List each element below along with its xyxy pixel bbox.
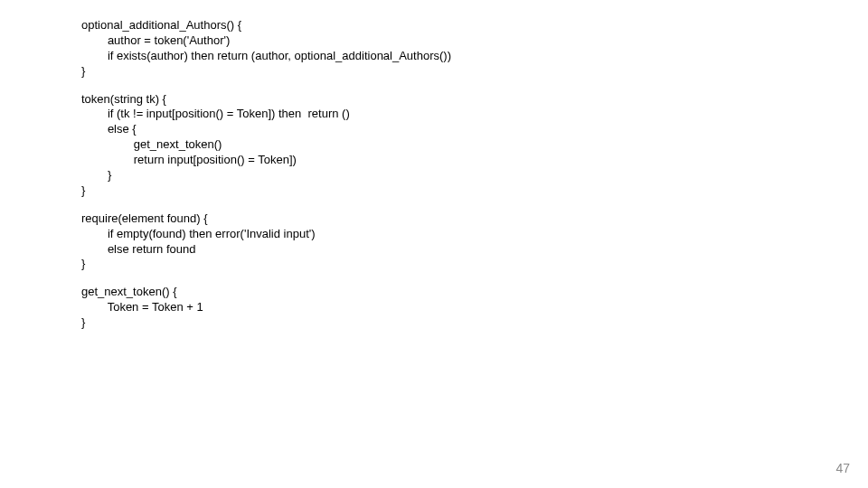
code-line: else { (81, 122, 868, 137)
code-line: Token = Token + 1 (81, 300, 868, 315)
code-line: author = token('Author') (81, 33, 868, 49)
code-block-4: get_next_token() { Token = Token + 1 } (81, 285, 868, 331)
code-line: get_next_token() (81, 137, 868, 153)
code-line: } (81, 168, 868, 183)
code-block-2: token(string tk) { if (tk != input[posit… (81, 92, 868, 199)
code-line: optional_additional_Authors() { (81, 18, 868, 33)
code-block-3: require(element found) { if empty(found)… (81, 211, 868, 273)
code-line: } (81, 64, 868, 80)
code-block-1: optional_additional_Authors() { author =… (81, 18, 868, 80)
code-line: return input[position() = Token]) (81, 153, 868, 168)
code-line: } (81, 315, 868, 331)
code-line: token(string tk) { (81, 92, 868, 108)
code-line: } (81, 257, 868, 272)
code-listing: optional_additional_Authors() { author =… (81, 18, 868, 331)
code-line: if (tk != input[position() = Token]) the… (81, 107, 868, 122)
code-line: get_next_token() { (81, 285, 868, 300)
code-line: require(element found) { (81, 211, 868, 227)
slide: optional_additional_Authors() { author =… (0, 0, 868, 488)
code-line: if exists(author) then return (author, o… (81, 49, 868, 64)
code-line: } (81, 183, 868, 199)
code-line: else return found (81, 242, 868, 258)
code-line: if empty(found) then error('Invalid inpu… (81, 227, 868, 242)
page-number: 47 (835, 461, 850, 475)
